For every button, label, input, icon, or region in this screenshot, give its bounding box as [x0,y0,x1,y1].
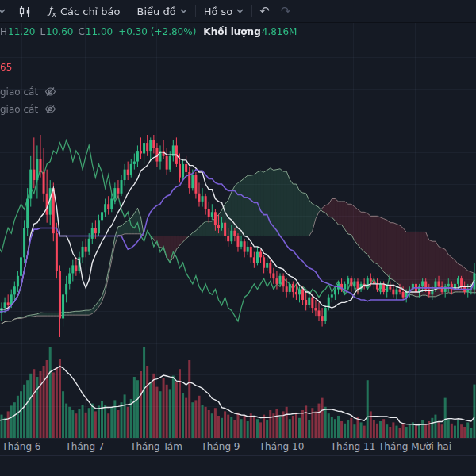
undo-button[interactable]: ↶ [254,4,275,18]
indicator-label: giao cắt [0,104,38,115]
profile-menu-button[interactable]: Hồ sơ [198,2,251,21]
close-label: C [78,26,84,37]
top-toolbar: ƒx Các chỉ báo Biểu đồ Hồ sơ ↶ ↷ [0,0,476,23]
volume-value: 4.816M [262,26,298,37]
toolbar-separator [251,5,252,17]
chevron-down-icon[interactable] [0,2,8,21]
time-axis[interactable]: Tháng 6Tháng 7Tháng TámTháng 9Tháng 10Th… [0,439,476,456]
trading-chart-app: ƒx Các chỉ báo Biểu đồ Hồ sơ ↶ ↷ H11.20L… [0,0,476,476]
redo-button[interactable]: ↷ [275,4,297,18]
low-value: 10.60 [46,26,73,37]
fx-icon: ƒx [48,4,56,18]
chevron-down-icon [236,9,244,13]
candles-icon [18,5,32,18]
time-axis-label: Tháng 10 [259,441,305,452]
time-axis-label: Tháng Tám [130,441,182,452]
indicator-value: 65 [0,62,12,73]
chevron-down-icon [180,9,187,13]
bottom-strip [0,456,476,476]
price-chart-canvas[interactable] [0,22,476,439]
high-label: H [0,26,7,37]
ohlc-legend: H11.20L10.60C11.00+0.30 (+2.80%)Khối lượ… [0,26,297,37]
profile-menu-label: Hồ sơ [204,6,233,17]
volume-label: Khối lượng [203,26,260,37]
indicators-label: Các chỉ báo [60,6,121,17]
high-value: 11.20 [8,26,35,37]
indicator-legend-row[interactable]: giao cắt [0,103,56,115]
time-axis-label: Tháng 9 [202,441,240,452]
indicators-button[interactable]: ƒx Các chỉ báo [42,2,127,21]
time-axis-label: Tháng 11 [331,441,376,452]
change-value: +0.30 (+2.80%) [118,26,196,37]
indicator-legend-row[interactable]: giao cắt [0,86,56,98]
time-axis-label: Tháng 7 [66,441,105,452]
toolbar-separator [129,5,129,17]
toolbar-separator [40,5,40,17]
toolbar-separator [195,5,196,17]
toolbar-separator [10,5,10,17]
eye-slash-icon[interactable] [44,103,56,115]
chart-type-button[interactable] [12,2,38,21]
chart-menu-button[interactable]: Biểu đồ [131,2,194,21]
low-label: L [40,26,45,37]
time-axis-label: Tháng Mười hai [378,441,451,452]
time-axis-label: Tháng 6 [2,441,41,452]
close-value: 11.00 [86,26,113,37]
chart-menu-label: Biểu đồ [137,6,176,17]
eye-slash-icon[interactable] [44,86,56,98]
indicator-label: giao cắt [0,86,38,98]
